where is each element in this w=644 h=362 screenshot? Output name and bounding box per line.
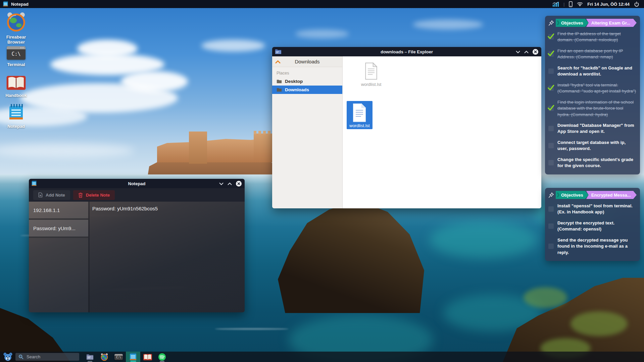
objective-checkbox [548,106,554,111]
objective-text: Install "openssl" tool from terminal. (E… [557,203,637,215]
mission-ribbon[interactable]: Altering Exam Gr... [586,19,637,27]
desktop-icon-label: Terminal [7,62,25,67]
go-up-button[interactable] [275,59,281,65]
terminal-icon-glyph: C:\ [114,356,123,360]
objectives-panel-encrypted-message: Objectives Encrypted Messa... Install "o… [545,188,640,261]
trash-icon [78,192,83,198]
minimize-button[interactable] [516,49,520,55]
folder-icon [277,79,282,84]
power-icon[interactable] [634,1,639,7]
objective-item: Download "Database Manager" from App Sto… [548,122,637,135]
note-content[interactable]: Password: yUm91n562bcos5 [88,202,245,312]
taskbar-search[interactable] [15,353,79,361]
cloud [77,40,138,58]
pin-icon[interactable] [548,192,554,198]
chevron-up-icon [228,183,232,185]
running-indicator [160,361,164,362]
close-button[interactable] [236,181,242,187]
maximize-button[interactable] [524,49,529,55]
terminal-icon: C:\ [7,46,26,60]
search-input[interactable] [26,354,71,360]
notepad-titlebar[interactable]: Notepad [29,179,245,188]
taskbar-app-spotify[interactable] [155,352,169,362]
objective-checkbox [548,244,554,249]
file-explorer-titlebar[interactable]: downloads – File Exploer [272,47,541,56]
objective-text: Search for "hackdb" on Goagle and downlo… [557,65,637,77]
add-note-button[interactable]: Add Note [33,190,70,200]
place-item-desktop[interactable]: Desktop [272,77,342,86]
objective-text: Download "Database Manager" from App Sto… [557,122,637,135]
desktop-icon-fireabear-browser[interactable]: Fireabear Browser [1,11,31,45]
wave-foam [215,328,289,330]
handbook-icon [6,74,26,91]
cloud [121,71,188,92]
folder-icon [277,88,282,92]
objective-item: Find an open database port by IP Address… [548,48,637,60]
file-list-area[interactable]: wordlist.lst wordlist.lst [343,56,541,208]
objective-checkbox [548,86,554,91]
objective-text: Change the specific student's grade for … [557,157,637,169]
mission-ribbon[interactable]: Encrypted Messa... [586,191,637,199]
objective-checkbox [548,143,554,148]
system-tray: | Fri 14 Jun, ÖÖ 12:44 [552,1,644,7]
objective-checkbox [548,34,554,40]
running-indicator [88,361,92,362]
taskbar-app-notepad[interactable] [126,352,140,362]
taskbar-app-handbook[interactable] [140,352,155,362]
notepad-icon [32,180,37,187]
place-item-downloads[interactable]: Downloads [272,86,342,94]
taskbar-app-file-explorer[interactable] [83,352,97,362]
taskbar-app-fireabear-browser[interactable] [97,352,111,362]
cloud [201,40,265,52]
objective-text: Send the decrypted message you found in … [557,237,637,256]
objective-text: Find an open database port by IP Address… [557,48,637,60]
close-button[interactable] [533,49,538,55]
terminal-icon-glyph: C:\ [7,49,26,59]
objective-item: Search for "hackdb" on Goagle and downlo… [548,65,637,77]
moss-patch [524,287,567,308]
objective-item: Install "hydra" tool via terminal. (Comm… [548,82,637,95]
objective-checkbox [548,51,554,57]
clock: Fri 14 Jun, ÖÖ 12:44 [587,2,630,7]
check-icon [548,105,554,111]
browser-icon [100,353,108,361]
water-highlight [430,221,537,258]
phone-icon[interactable] [569,1,573,7]
start-button[interactable] [0,352,15,362]
note-list-item-selected[interactable]: Password: yUm9... [29,220,88,238]
objective-item: Change the specific student's grade for … [548,157,637,169]
terminal-icon: C:\ [114,354,123,360]
chevron-up-icon [524,51,529,53]
desktop-icon-notepad[interactable]: Notepad [1,104,31,129]
notepad-icon [130,353,137,361]
desktop-icon-label: Handbook [5,93,27,98]
notepad-body: 192.168.1.1 Password: yUm9... Password: … [29,202,245,312]
delete-note-button[interactable]: Delete Note [73,190,115,200]
desktop-icon-terminal[interactable]: C:\ Terminal [1,46,31,67]
stats-icon[interactable] [552,2,559,7]
chevron-up-icon [275,60,281,64]
desktop-icon-label: Notepad [7,124,25,129]
search-icon [18,354,23,359]
taskbar-app-terminal[interactable]: C:\ [111,352,126,362]
file-item-wordlist-selected[interactable]: wordlist.lst [347,101,373,129]
notepad-window: Notepad Add Note Delete Note 192.168.1.1… [29,179,245,312]
note-list-item[interactable]: 192.168.1.1 [29,202,88,220]
notes-list: 192.168.1.1 Password: yUm9... [29,202,88,312]
objectives-header: Objectives Altering Exam Gr... [548,19,637,27]
minimize-button[interactable] [219,180,224,187]
desktop-icon-handbook[interactable]: Handbook [1,74,31,98]
add-note-label: Add Note [46,193,65,198]
note-title: 192.168.1.1 [33,207,60,213]
file-item-wordlist[interactable]: wordlist.lst [353,62,390,87]
objective-text: Connect target database with ip, user, p… [557,140,637,152]
pin-icon[interactable] [548,20,554,26]
objectives-list: Find the IP address of the target domain… [548,31,637,169]
maximize-button[interactable] [228,180,232,187]
desktop-icon-label: Fireabear Browser [1,35,31,45]
window-controls [219,179,242,188]
cloud [295,30,349,38]
folder-icon [86,354,94,360]
file-name: wordlist.lst [361,82,382,87]
wifi-icon[interactable] [577,2,583,6]
